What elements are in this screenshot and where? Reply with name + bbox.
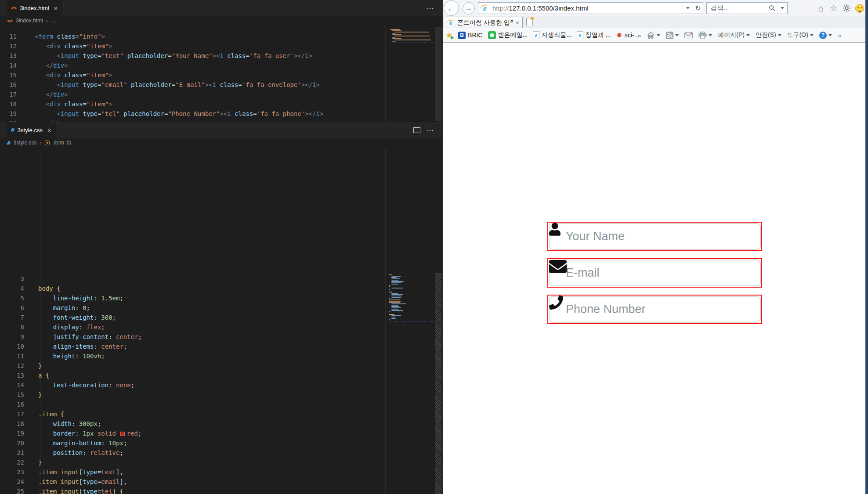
code-line[interactable]: 13 <input type="text" placeholder="Your … bbox=[0, 51, 385, 61]
code-line[interactable]: 17 </div> bbox=[0, 90, 385, 99]
menu-페이지(P)[interactable]: 페이지(P) bbox=[718, 31, 750, 39]
address-dropdown-button[interactable] bbox=[683, 3, 693, 14]
breadcrumb-bottom[interactable]: # 3style.css › .item .fa bbox=[0, 138, 442, 148]
minimap-line bbox=[391, 303, 405, 304]
feedback-button[interactable] bbox=[854, 3, 865, 14]
refresh-button[interactable]: ↻ bbox=[693, 3, 703, 14]
minimap-line bbox=[391, 305, 398, 306]
code-line[interactable]: 21 position: relative; bbox=[0, 448, 385, 458]
favorite-item[interactable]: e자생식물... bbox=[533, 31, 571, 39]
menu-도구(O)[interactable]: 도구(O) bbox=[787, 31, 814, 39]
code-line[interactable]: 5 line-height: 1.5em; bbox=[0, 293, 385, 303]
code-line[interactable]: 10 align-items: center; bbox=[0, 342, 385, 351]
code-line[interactable]: 9 justify-content: center; bbox=[0, 332, 385, 342]
breadcrumb-file[interactable]: 3index.html bbox=[16, 18, 43, 24]
breadcrumb-file[interactable]: 3style.css bbox=[14, 140, 37, 146]
code-line[interactable]: 8 display: flex; bbox=[0, 322, 385, 332]
favorite-item[interactable]: ✹sci-... bbox=[616, 31, 639, 40]
forward-button[interactable]: → bbox=[463, 2, 475, 14]
code-line[interactable]: 19 <input type="tel" placeholder="Phone … bbox=[0, 109, 385, 119]
close-icon[interactable]: × bbox=[47, 126, 51, 134]
back-button[interactable]: ← bbox=[444, 0, 459, 16]
minimap-line bbox=[391, 309, 398, 310]
code-line[interactable]: 14 </div> bbox=[0, 61, 385, 70]
code-line[interactable]: 4body { bbox=[0, 284, 385, 293]
code-line[interactable]: 16 <input type="email" placeholder="E-ma… bbox=[0, 80, 385, 90]
scrollbar-bottom[interactable] bbox=[435, 273, 441, 494]
user-field[interactable] bbox=[549, 223, 761, 250]
code-line[interactable]: 7 font-weight: 300; bbox=[0, 313, 385, 322]
code-line[interactable]: 23.item input[type=text], bbox=[0, 467, 385, 477]
code-line[interactable]: 20 </div> bbox=[0, 119, 385, 122]
home-button[interactable] bbox=[647, 32, 660, 39]
code-line[interactable]: 17.item { bbox=[0, 409, 385, 419]
overflow-chevron-icon[interactable]: » bbox=[637, 32, 641, 39]
color-swatch bbox=[120, 432, 125, 436]
favorite-item[interactable]: e정열과 ... bbox=[577, 31, 611, 39]
code-line[interactable]: 18 width: 300px; bbox=[0, 419, 385, 429]
code-line[interactable]: 15} bbox=[0, 390, 385, 400]
overflow-chevron-icon[interactable]: » bbox=[838, 32, 841, 39]
minimap-bottom[interactable] bbox=[389, 273, 434, 321]
star-icon: ☆ bbox=[830, 3, 837, 13]
favorite-item[interactable]: 받은메일... bbox=[488, 31, 528, 39]
code-line[interactable]: 19 border: 1px solid red; bbox=[0, 429, 385, 438]
code-line[interactable]: 22} bbox=[0, 458, 385, 467]
search-button[interactable] bbox=[767, 3, 777, 14]
add-favorite-icon[interactable]: ★ bbox=[445, 30, 453, 40]
tab-3style-css[interactable]: # 3style.css × bbox=[7, 122, 56, 138]
url-text[interactable]: http://127.0.0.1:5500/3index.html bbox=[492, 4, 683, 12]
code-line[interactable]: 15 <div class="item"> bbox=[0, 70, 385, 80]
code-line[interactable]: 25.item input[type=tel] { bbox=[0, 487, 385, 494]
code-line[interactable]: 3 bbox=[0, 274, 385, 284]
menu-안전(S)[interactable]: 안전(S) bbox=[756, 31, 781, 39]
browser-tab[interactable]: e 폰트어썸 사용한 입력필드 × bbox=[444, 17, 523, 28]
more-actions-icon[interactable]: ⋯ bbox=[427, 4, 434, 12]
code-line[interactable]: 13a { bbox=[0, 371, 385, 380]
split-editor-icon[interactable] bbox=[413, 127, 420, 133]
minimap-line bbox=[389, 311, 390, 312]
breadcrumb-top[interactable]: <> 3index.html › … bbox=[0, 16, 442, 25]
close-icon[interactable]: × bbox=[516, 19, 519, 26]
code-line[interactable]: 14 text-decoration: none; bbox=[0, 380, 385, 390]
code-line[interactable]: 16 bbox=[0, 400, 385, 409]
scrollbar-top[interactable] bbox=[435, 27, 441, 121]
new-tab-button[interactable] bbox=[526, 18, 533, 26]
favorites-button[interactable]: ☆ bbox=[828, 3, 839, 14]
search-dropdown-button[interactable] bbox=[777, 3, 787, 14]
home-button[interactable]: ⌂ bbox=[815, 3, 826, 14]
line-number: 20 bbox=[0, 438, 38, 448]
code-line[interactable]: 20 margin-bottom: 10px; bbox=[0, 438, 385, 448]
print-button[interactable] bbox=[698, 32, 712, 39]
favorite-item[interactable]: BBRIC bbox=[458, 32, 482, 39]
close-icon[interactable]: × bbox=[54, 4, 58, 12]
code-editor-css[interactable]: 34body {5 line-height: 1.5em;6 margin: 0… bbox=[0, 270, 385, 494]
line-number: 25 bbox=[0, 487, 38, 494]
address-bar[interactable]: e http://127.0.0.1:5500/3index.html ↻ bbox=[478, 2, 703, 14]
code-line[interactable]: 11 <form class="info"> bbox=[0, 32, 385, 41]
form-item-envelope bbox=[547, 258, 762, 288]
search-input[interactable]: 검색... bbox=[706, 2, 788, 14]
breadcrumb-symbol[interactable]: .item .fa bbox=[53, 140, 72, 146]
rss-feed-icon bbox=[666, 32, 673, 39]
rss-button[interactable] bbox=[666, 32, 679, 39]
breadcrumb-tail[interactable]: … bbox=[51, 18, 56, 24]
minimap-line bbox=[391, 315, 401, 316]
help-button[interactable]: ? bbox=[819, 32, 832, 39]
code-line[interactable]: 11 height: 100vh; bbox=[0, 351, 385, 361]
code-line[interactable]: 6 margin: 0; bbox=[0, 303, 385, 313]
html-file-icon: <> bbox=[7, 18, 13, 24]
code-editor-html[interactable]: 11 <form class="info">12 <div class="ite… bbox=[0, 25, 385, 122]
mail-button[interactable] bbox=[684, 32, 693, 39]
code-line[interactable]: 12 <div class="item"> bbox=[0, 41, 385, 51]
line-number: 11 bbox=[0, 351, 38, 361]
tools-button[interactable] bbox=[841, 3, 852, 14]
phone-field[interactable] bbox=[549, 296, 761, 323]
code-line[interactable]: 12} bbox=[0, 361, 385, 371]
minimap-top[interactable] bbox=[389, 29, 434, 43]
code-line[interactable]: 24.item input[type=email], bbox=[0, 477, 385, 487]
code-line[interactable]: 18 <div class="item"> bbox=[0, 99, 385, 109]
more-actions-icon[interactable]: ⋯ bbox=[427, 126, 434, 134]
envelope-field[interactable] bbox=[549, 260, 761, 286]
tab-3index-html[interactable]: <> 3index.html × bbox=[7, 0, 62, 16]
